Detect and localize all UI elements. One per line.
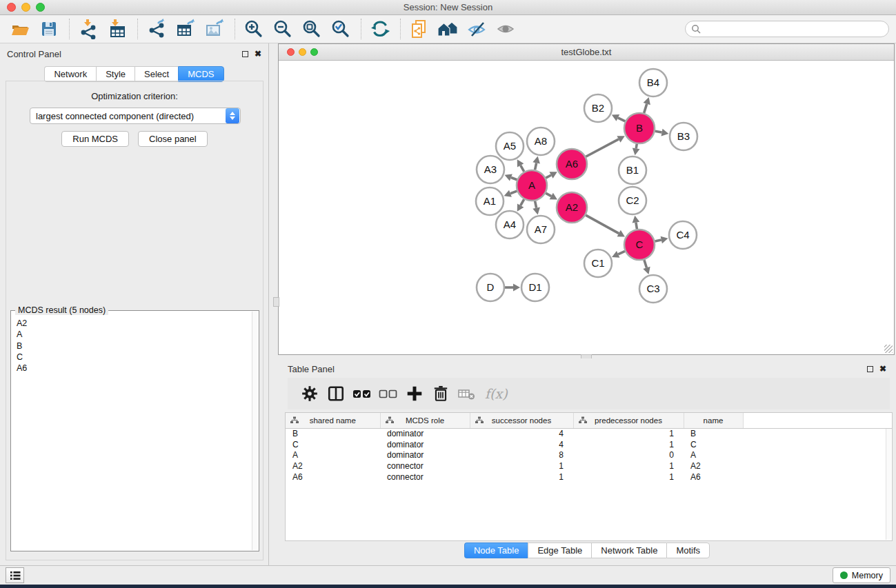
table-scrollbar[interactable] xyxy=(886,429,891,540)
network-graph[interactable]: B4B2BB3A5A8A6A3B1AA1C2A2A4A7C4CC1DD1C3 xyxy=(279,61,894,354)
table-cell[interactable]: A6 xyxy=(684,472,743,483)
import-table-button[interactable] xyxy=(106,18,129,40)
tab-select[interactable]: Select xyxy=(135,66,178,82)
graph-node-A8[interactable]: A8 xyxy=(527,128,555,155)
show-all-button[interactable] xyxy=(495,18,518,40)
column-header[interactable]: MCDS role xyxy=(380,413,470,428)
table-cell[interactable]: 0 xyxy=(573,450,684,461)
table-row[interactable]: Bdominator41B xyxy=(286,428,892,439)
table-cell[interactable]: B xyxy=(684,428,743,439)
run-mcds-button[interactable]: Run MCDS xyxy=(61,131,129,147)
vertical-splitter-handle[interactable] xyxy=(273,297,279,307)
refresh-button[interactable] xyxy=(368,18,392,40)
resize-grip[interactable] xyxy=(884,345,893,353)
copy-network-button[interactable] xyxy=(408,18,431,40)
graph-edge[interactable] xyxy=(618,251,625,254)
graph-edge[interactable] xyxy=(586,215,619,233)
graph-node-C4[interactable]: C4 xyxy=(669,221,697,249)
graph-node-B2[interactable]: B2 xyxy=(584,94,612,122)
graph-edge[interactable] xyxy=(521,199,524,205)
column-header[interactable]: predecessor nodes xyxy=(573,413,684,428)
zoom-in-button[interactable] xyxy=(242,18,266,40)
graph-edge[interactable] xyxy=(535,163,537,170)
graph-node-A1[interactable]: A1 xyxy=(476,187,504,215)
graph-edge[interactable] xyxy=(511,177,517,179)
table-row[interactable]: A6connector11A6 xyxy=(286,472,892,483)
graph-node-C[interactable]: C xyxy=(624,230,655,260)
graph-edge[interactable] xyxy=(546,193,551,196)
table-cell[interactable]: dominator xyxy=(380,439,470,450)
graph-edge[interactable] xyxy=(546,175,551,178)
criterion-dropdown[interactable]: largest connected component (directed) xyxy=(30,108,241,124)
tab-mcds[interactable]: MCDS xyxy=(178,66,223,82)
graph-edge[interactable] xyxy=(644,104,647,113)
zoom-out-button[interactable] xyxy=(271,18,295,40)
table-cell[interactable]: A xyxy=(286,450,380,461)
table-cell[interactable]: A2 xyxy=(286,460,380,472)
graph-node-D1[interactable]: D1 xyxy=(521,274,549,301)
node-table[interactable]: shared nameMCDS rolesuccessor nodesprede… xyxy=(285,412,893,541)
graph-node-C3[interactable]: C3 xyxy=(639,275,667,303)
tab-style[interactable]: Style xyxy=(96,66,135,82)
import-network-button[interactable] xyxy=(77,18,100,40)
graph-edge[interactable] xyxy=(655,131,662,132)
select-all-button[interactable] xyxy=(350,383,375,405)
table-cell[interactable]: A6 xyxy=(286,472,380,483)
home-button[interactable] xyxy=(437,18,460,40)
graph-node-C1[interactable]: C1 xyxy=(584,250,612,277)
graph-node-A2[interactable]: A2 xyxy=(557,192,587,223)
close-window-icon[interactable] xyxy=(7,3,16,12)
table-cell[interactable]: A2 xyxy=(684,460,743,472)
column-header[interactable]: successor nodes xyxy=(470,413,573,428)
mcds-result-item[interactable]: C xyxy=(17,352,252,363)
table-cell[interactable]: dominator xyxy=(380,450,470,461)
graph-edge[interactable] xyxy=(636,144,637,149)
tab-network[interactable]: Network xyxy=(44,66,96,82)
table-cell[interactable]: C xyxy=(684,439,743,450)
table-cell[interactable]: 8 xyxy=(470,450,573,461)
table-settings-button[interactable] xyxy=(297,383,322,405)
add-row-button[interactable] xyxy=(402,383,427,405)
minimize-view-icon[interactable] xyxy=(299,48,306,56)
table-cell[interactable]: 1 xyxy=(470,472,573,483)
mcds-result-item[interactable]: A xyxy=(17,329,252,340)
graph-edge[interactable] xyxy=(618,118,625,121)
graph-node-B[interactable]: B xyxy=(624,113,655,143)
tab-edge-table[interactable]: Edge Table xyxy=(528,543,591,558)
graph-node-A3[interactable]: A3 xyxy=(477,156,504,183)
task-history-button[interactable] xyxy=(6,567,24,583)
column-header[interactable]: name xyxy=(684,413,743,428)
graph-node-B3[interactable]: B3 xyxy=(670,123,697,150)
close-view-icon[interactable] xyxy=(287,48,295,56)
hide-selected-button[interactable] xyxy=(466,18,489,40)
graph-edge[interactable] xyxy=(636,223,637,230)
search-input[interactable] xyxy=(701,24,883,34)
float-panel-icon[interactable] xyxy=(242,51,248,57)
zoom-fit-button[interactable] xyxy=(300,18,323,40)
mcds-result-scrollbar[interactable] xyxy=(252,312,258,550)
table-cell[interactable]: 1 xyxy=(573,428,684,439)
graph-edge[interactable] xyxy=(521,165,524,172)
graph-edge[interactable] xyxy=(586,139,619,156)
float-table-panel-icon[interactable] xyxy=(867,366,873,372)
show-columns-button[interactable] xyxy=(323,383,348,405)
table-cell[interactable]: A xyxy=(684,450,743,461)
table-row[interactable]: Cdominator41C xyxy=(286,439,892,450)
table-cell[interactable]: connector xyxy=(380,472,470,483)
zoom-selected-button[interactable] xyxy=(329,18,352,40)
maximize-view-icon[interactable] xyxy=(310,48,318,56)
memory-button[interactable]: Memory xyxy=(833,567,890,583)
save-session-button[interactable] xyxy=(37,18,61,40)
open-session-button[interactable] xyxy=(8,18,32,40)
export-table-button[interactable] xyxy=(174,18,197,40)
table-cell[interactable]: dominator xyxy=(380,428,470,439)
mcds-result-item[interactable]: A2 xyxy=(17,318,252,329)
table-cell[interactable]: 4 xyxy=(470,439,573,450)
table-row[interactable]: Adominator80A xyxy=(286,450,892,461)
table-cell[interactable]: 1 xyxy=(573,472,684,483)
graph-node-A[interactable]: A xyxy=(517,170,547,201)
graph-node-C2[interactable]: C2 xyxy=(619,187,646,214)
function-builder-button[interactable]: f(x) xyxy=(485,386,508,401)
graph-node-A4[interactable]: A4 xyxy=(496,211,524,239)
delete-table-button[interactable] xyxy=(455,383,479,405)
